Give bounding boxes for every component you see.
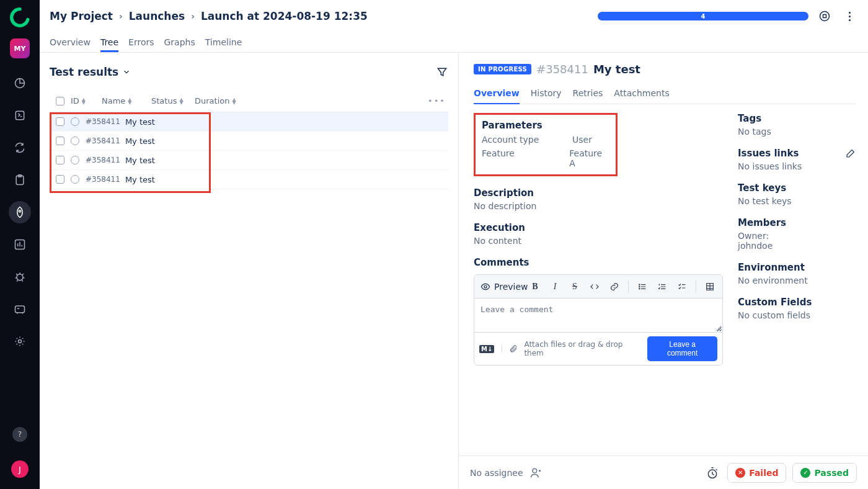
breadcrumb: My Project › Launches › Launch at 2024-0… [50,10,590,22]
test-results-title[interactable]: Test results [50,66,131,78]
detail-title: My test [593,63,640,76]
assignee-label: No assignee [470,468,523,478]
results-table: ID▲▼ Name▲▼ Status▲▼ Duration▲▼ ••• #358… [50,90,448,189]
more-menu[interactable] [841,7,858,25]
tab-overview[interactable]: Overview [50,37,91,52]
row-id: #358411 [86,137,120,145]
parameters-section: Parameters Account typeUserFeatureFeatur… [474,113,618,176]
table-icon[interactable] [704,280,716,293]
row-id: #358411 [86,175,120,184]
select-all-checkbox[interactable] [56,97,64,105]
comment-input[interactable]: Leave a comment [474,298,722,332]
col-name[interactable]: Name▲▼ [102,96,151,105]
tab-graphs[interactable]: Graphs [164,37,195,52]
svg-point-12 [639,284,640,285]
tags-section: Tags No tags [738,113,856,137]
strike-icon[interactable]: S [569,280,581,293]
chevron-right-icon: › [191,11,195,21]
nav-testcases-icon[interactable] [9,104,31,127]
table-row[interactable]: #358411My test [50,132,448,151]
row-checkbox[interactable] [56,156,64,164]
issues-section: Issues links No issues links [738,148,856,171]
breadcrumb-section[interactable]: Launches [129,10,185,22]
execution-title: Execution [474,222,723,233]
ul-icon[interactable] [636,280,649,293]
nav-analytics-icon[interactable] [9,233,31,256]
tags-body: No tags [738,127,856,137]
filter-icon[interactable] [436,66,448,78]
detail-tab-attachments[interactable]: Attachments [614,83,669,104]
italic-icon[interactable]: I [549,280,561,293]
edit-icon[interactable] [846,148,856,158]
progress-value: 4 [701,13,706,20]
nav-plans-icon[interactable] [9,169,31,191]
table-row[interactable]: #358411My test [50,112,448,132]
submit-comment-button[interactable]: Leave a comment [647,336,717,361]
stop-icon[interactable] [816,7,833,25]
comment-editor: Preview B I S [474,274,723,366]
tab-errors[interactable]: Errors [128,37,154,52]
row-checkbox[interactable] [56,175,64,184]
help-icon[interactable]: ? [12,427,27,442]
parameter-row: Account typeUser [482,135,609,145]
breadcrumb-project[interactable]: My Project [50,10,113,22]
checklist-icon[interactable] [676,280,688,293]
passed-icon: ✓ [800,468,810,478]
nav-defects-icon[interactable] [9,266,31,288]
detail-tab-retries[interactable]: Retries [573,83,603,104]
preview-button[interactable]: Preview [480,282,528,292]
detail-tab-history[interactable]: History [531,83,562,104]
row-name: My test [125,117,155,127]
nav-settings-icon[interactable] [9,330,31,352]
link-icon[interactable] [608,280,621,293]
row-name: My test [125,137,155,146]
parameter-row: FeatureFeature A [482,148,609,168]
col-id[interactable]: ID▲▼ [71,96,102,105]
attach-hint[interactable]: Attach files or drag & drop them [524,340,641,357]
svg-point-11 [484,285,487,288]
tab-tree[interactable]: Tree [100,37,118,52]
row-checkbox[interactable] [56,137,64,145]
status-indicator [71,156,79,164]
execution-body: No content [474,236,723,246]
user-avatar[interactable]: J [11,460,29,478]
table-row[interactable]: #358411My test [50,170,448,189]
timer-icon[interactable] [704,467,721,479]
svg-point-8 [19,340,22,343]
comments-title: Comments [474,257,723,268]
col-status[interactable]: Status▲▼ [151,96,195,105]
tab-timeline[interactable]: Timeline [205,37,242,52]
nav-launches-icon[interactable] [9,201,31,223]
nav-jobs-icon[interactable] [9,298,31,320]
description-section: Description No description [474,187,723,211]
row-checkbox[interactable] [56,117,64,126]
markdown-icon: M↓ [479,345,494,353]
ol-icon[interactable] [656,280,668,293]
mark-failed-button[interactable]: ✕ Failed [727,463,786,483]
detail-id: #358411 [536,63,588,76]
col-duration[interactable]: Duration▲▼ [195,96,250,105]
breadcrumb-launch[interactable]: Launch at 2024-08-19 12:35 [201,10,368,22]
attach-icon[interactable] [509,344,518,353]
table-row[interactable]: #358411My test [50,151,448,170]
status-indicator [71,137,79,145]
assign-icon[interactable] [529,467,542,479]
status-indicator [71,117,79,126]
project-badge[interactable]: MY [10,38,30,58]
chevron-right-icon: › [119,11,123,21]
progress-bar[interactable]: 4 [598,12,808,20]
columns-more-icon[interactable]: ••• [428,96,446,105]
code-icon[interactable] [588,280,601,293]
description-title: Description [474,187,723,199]
custom-section: Custom Fields No custom fields [738,297,856,320]
failed-icon: ✕ [735,468,745,478]
eye-icon [480,282,490,292]
detail-tab-overview[interactable]: Overview [474,83,520,104]
mark-passed-button[interactable]: ✓ Passed [792,463,857,483]
nav-cycles-icon[interactable] [9,137,31,159]
bold-icon[interactable]: B [529,280,541,293]
nav-dashboard-icon[interactable] [9,72,31,94]
param-value: User [572,135,592,145]
svg-point-16 [533,469,537,473]
description-body: No description [474,201,723,211]
